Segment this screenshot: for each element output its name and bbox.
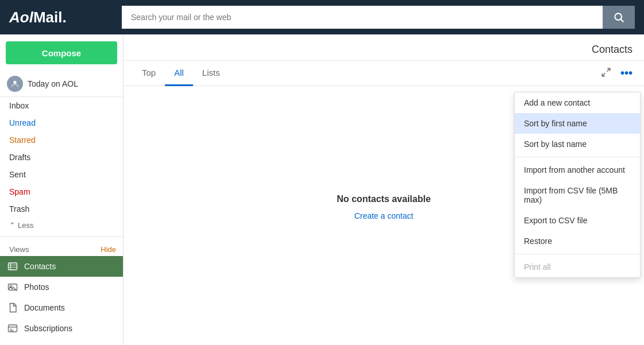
dropdown-divider-1 [515,157,640,157]
hide-button[interactable]: Hide [101,245,116,254]
svg-point-0 [615,13,622,20]
sidebar-divider [0,237,123,237]
main-layout: Compose Today on AOL Inbox Unread Starre… [0,34,644,345]
contacts-title: Contacts [592,44,633,56]
dropdown-sort-last-name[interactable]: Sort by last name [515,134,640,154]
view-item-documents-label: Documents [24,303,65,312]
search-bar [122,6,635,29]
expand-button[interactable] [599,65,614,82]
subscriptions-icon [7,323,18,334]
contacts-panel: Contacts Top All Lists ••• No contacts a… [124,34,644,345]
today-aol-text: Today on AOL [28,79,78,88]
nav-item-trash[interactable]: Trash [0,200,123,218]
nav-item-inbox[interactable]: Inbox [0,97,123,114]
search-input[interactable] [122,6,603,29]
contacts-icon [7,261,18,272]
less-button[interactable]: ⌃ Less [0,218,123,233]
dropdown-restore[interactable]: Restore [515,231,640,251]
chevron-up-icon: ⌃ [9,221,16,230]
view-item-documents[interactable]: Documents [0,297,123,318]
views-label: Views [9,245,29,254]
tab-all[interactable]: All [165,61,193,86]
logo-aol: Aol [9,9,33,26]
views-header: Views Hide [0,241,123,256]
today-aol-avatar [7,76,23,92]
logo: Aol Mail. [9,9,113,26]
app-header: Aol Mail. [0,0,644,34]
view-item-subscriptions[interactable]: Subscriptions [0,318,123,339]
sidebar: Compose Today on AOL Inbox Unread Starre… [0,34,124,345]
tab-top[interactable]: Top [133,61,165,86]
tab-actions: ••• [599,64,635,82]
view-item-photos[interactable]: Photos [0,277,123,297]
main-content: Contacts Top All Lists ••• No contacts a… [124,34,644,345]
dropdown-menu: Add a new contact Sort by first name Sor… [514,92,641,278]
contacts-header: Contacts [124,34,644,61]
search-icon [613,11,624,23]
svg-line-1 [621,20,624,22]
view-item-contacts-label: Contacts [24,262,56,271]
view-item-subscriptions-label: Subscriptions [24,324,72,333]
view-item-travel[interactable]: Travel [0,339,123,345]
logo-text: Aol Mail. [9,9,113,26]
search-button[interactable] [603,6,635,29]
dropdown-import-csv[interactable]: Import from CSV file (5MB max) [515,180,640,210]
tabs-row: Top All Lists ••• [124,61,644,86]
nav-item-unread[interactable]: Unread [0,114,123,131]
dropdown-import-another[interactable]: Import from another account [515,160,640,180]
nav-item-drafts[interactable]: Drafts [0,149,123,166]
more-options-button[interactable]: ••• [618,64,635,82]
dropdown-export-csv[interactable]: Export to CSV file [515,210,640,231]
tab-lists[interactable]: Lists [193,61,229,86]
svg-rect-3 [9,263,17,270]
view-item-contacts[interactable]: Contacts [0,256,123,277]
nav-item-spam[interactable]: Spam [0,183,123,200]
dropdown-divider-2 [515,254,640,254]
documents-icon [7,302,18,313]
create-contact-link[interactable]: Create a contact [354,211,414,220]
svg-point-2 [13,81,16,84]
dropdown-print-all: Print all [515,257,640,277]
less-label: Less [18,221,33,230]
today-aol[interactable]: Today on AOL [0,71,123,97]
dropdown-sort-first-name[interactable]: Sort by first name [515,113,640,134]
nav-item-sent[interactable]: Sent [0,166,123,183]
view-item-photos-label: Photos [24,282,49,292]
dropdown-add-new-contact[interactable]: Add a new contact [515,92,640,113]
no-contacts-text: No contacts available [337,194,431,204]
logo-mail: Mail. [33,9,67,26]
photos-icon [7,281,18,293]
compose-button[interactable]: Compose [6,41,117,64]
nav-item-starred[interactable]: Starred [0,131,123,149]
